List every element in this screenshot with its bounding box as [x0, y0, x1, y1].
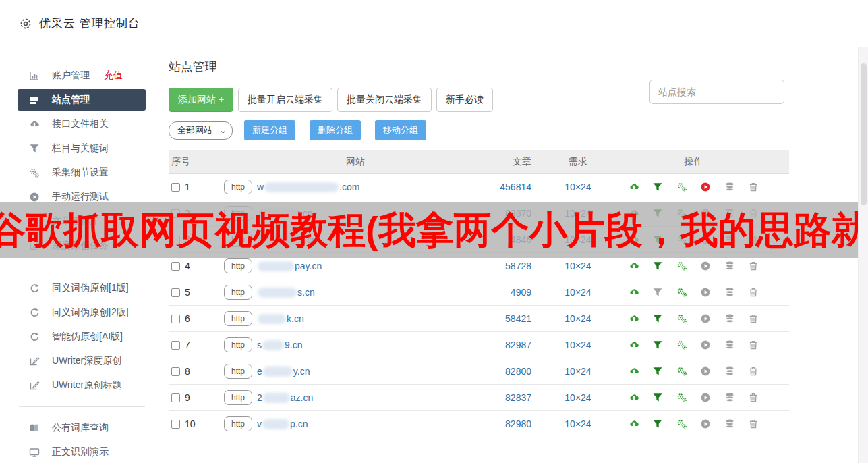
site-domain[interactable]: ey.cn [257, 366, 310, 377]
trash-icon[interactable] [748, 313, 759, 324]
article-count[interactable]: 82987 [505, 339, 531, 350]
cloud-upload-icon[interactable] [629, 287, 639, 298]
database-icon[interactable] [724, 182, 735, 192]
article-count[interactable]: 4909 [511, 287, 531, 298]
row-checkbox[interactable] [171, 236, 180, 244]
gears-icon[interactable] [676, 208, 687, 219]
play-icon[interactable] [700, 392, 711, 403]
row-checkbox[interactable] [171, 367, 180, 376]
article-count[interactable]: 58421 [505, 313, 531, 324]
scrollbar-thumb[interactable] [861, 63, 867, 205]
gears-icon[interactable] [676, 339, 687, 350]
add-site-button[interactable]: 添加网站 + [169, 88, 233, 112]
play-icon[interactable] [700, 313, 711, 324]
new-group-button[interactable]: 新建分组 [244, 120, 295, 140]
trash-icon[interactable] [748, 234, 759, 245]
sidebar-item[interactable]: 采集细节设置 [0, 161, 164, 185]
filter-icon[interactable] [652, 182, 663, 192]
sidebar-item[interactable]: 站点管理 [18, 89, 146, 111]
sidebar-item[interactable]: 手动运行测试 [0, 185, 164, 209]
sidebar-item[interactable]: 同义词伪原创[2版] [0, 300, 164, 325]
gears-icon[interactable] [676, 287, 687, 298]
sidebar-item[interactable]: 深度原创任务 [0, 234, 164, 258]
sidebar-item[interactable]: 正文识别演示 [0, 440, 164, 463]
play-icon[interactable] [700, 261, 711, 271]
filter-icon[interactable] [652, 208, 663, 219]
filter-icon[interactable] [652, 339, 663, 350]
row-checkbox[interactable] [171, 183, 180, 192]
article-count[interactable]: 82980 [505, 418, 531, 429]
cloud-upload-icon[interactable] [629, 208, 639, 219]
row-checkbox[interactable] [171, 393, 180, 402]
cloud-upload-icon[interactable] [629, 418, 639, 429]
cloud-upload-icon[interactable] [629, 261, 639, 271]
database-icon[interactable] [724, 313, 735, 324]
protocol-button[interactable]: http [224, 180, 252, 194]
database-icon[interactable] [724, 339, 735, 350]
trash-icon[interactable] [748, 287, 759, 298]
play-icon[interactable] [700, 234, 711, 245]
protocol-button[interactable]: http [224, 285, 252, 300]
database-icon[interactable] [724, 234, 735, 245]
sidebar-item[interactable]: UWriter原创标题 [0, 373, 164, 398]
cloud-upload-icon[interactable] [629, 366, 639, 377]
cloud-upload-icon[interactable] [629, 339, 639, 350]
row-checkbox[interactable] [171, 315, 180, 323]
protocol-button[interactable]: http [224, 258, 252, 273]
article-count[interactable]: 82800 [505, 366, 531, 377]
protocol-button[interactable]: http [224, 206, 252, 221]
filter-icon[interactable] [652, 234, 663, 245]
database-icon[interactable] [724, 208, 735, 219]
sidebar-item[interactable]: 同义词伪原创[1版] [0, 276, 164, 300]
play-icon[interactable] [700, 418, 711, 429]
cloud-upload-icon[interactable] [629, 392, 639, 403]
gears-icon[interactable] [676, 418, 687, 429]
protocol-button[interactable]: http [224, 364, 252, 379]
sidebar-item[interactable]: 账户管理充值 [0, 63, 164, 88]
row-checkbox[interactable] [171, 262, 180, 271]
site-domain[interactable]: pay.cn [257, 261, 322, 271]
gears-icon[interactable] [676, 234, 687, 245]
row-checkbox[interactable] [171, 209, 180, 218]
move-group-button[interactable]: 移动分组 [375, 120, 426, 140]
article-count[interactable]: 83870 [505, 208, 531, 219]
demand-link[interactable]: 10×24 [565, 287, 591, 298]
filter-icon[interactable] [652, 366, 663, 377]
demand-link[interactable]: 10×24 [565, 182, 591, 192]
protocol-button[interactable]: http [224, 311, 252, 326]
database-icon[interactable] [724, 261, 735, 271]
vertical-scrollbar[interactable] [858, 47, 868, 463]
filter-icon[interactable] [652, 392, 663, 403]
row-checkbox[interactable] [171, 420, 180, 429]
beginner-guide-button[interactable]: 新手必读 [436, 88, 493, 112]
database-icon[interactable] [724, 366, 735, 377]
demand-link[interactable]: 10×24 [565, 261, 591, 271]
trash-icon[interactable] [748, 366, 759, 377]
demand-link[interactable]: 10×24 [565, 234, 591, 245]
cloud-upload-icon[interactable] [629, 182, 639, 192]
group-select-dropdown[interactable]: 全部网站 ⌄ [169, 121, 233, 140]
protocol-button[interactable]: http [224, 416, 252, 431]
row-checkbox[interactable] [171, 341, 180, 350]
trash-icon[interactable] [748, 418, 759, 429]
batch-close-collect-button[interactable]: 批量关闭云端采集 [337, 88, 432, 112]
sidebar-item[interactable]: 公有词库查询 [0, 416, 164, 440]
delete-group-button[interactable]: 删除分组 [310, 120, 361, 140]
sidebar-item[interactable]: UWriter深度原创 [0, 349, 164, 373]
cloud-upload-icon[interactable] [629, 234, 639, 245]
sidebar-item[interactable]: 智能伪原创[AI版] [0, 325, 164, 349]
play-icon[interactable] [700, 366, 711, 377]
filter-icon[interactable] [652, 313, 663, 324]
demand-link[interactable]: 10×24 [565, 313, 591, 324]
row-checkbox[interactable] [171, 288, 180, 297]
site-search-input[interactable] [649, 80, 784, 104]
cloud-upload-icon[interactable] [629, 313, 639, 324]
database-icon[interactable] [724, 392, 735, 403]
site-domain[interactable]: s9.cn [257, 339, 302, 350]
play-icon[interactable] [700, 208, 711, 219]
trash-icon[interactable] [748, 182, 759, 192]
trash-icon[interactable] [748, 261, 759, 271]
batch-open-collect-button[interactable]: 批量开启云端采集 [238, 88, 332, 112]
demand-link[interactable]: 10×24 [565, 208, 591, 219]
site-domain[interactable]: .cn [257, 234, 317, 245]
